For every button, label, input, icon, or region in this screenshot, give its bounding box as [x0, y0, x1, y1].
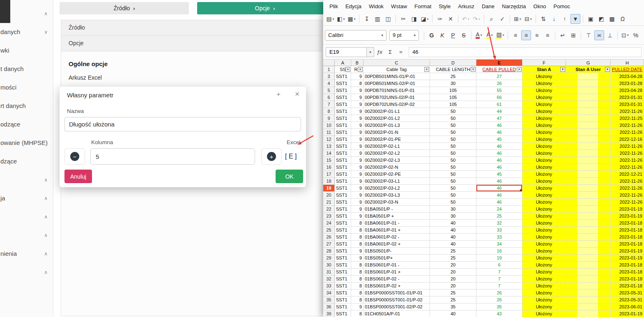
cell[interactable]: 25: [476, 213, 522, 220]
cell[interactable]: 20: [430, 262, 476, 269]
cell[interactable]: 33: [476, 234, 522, 241]
special-character-button[interactable]: Ω: [618, 14, 628, 24]
cell[interactable]: Ułożony: [522, 115, 566, 122]
cell[interactable]: [566, 150, 611, 157]
export-pdf-button[interactable]: ↧: [362, 14, 372, 24]
menu-item[interactable]: Wstaw: [387, 0, 411, 12]
cell[interactable]: 2022-12-21: [611, 171, 644, 178]
cell[interactable]: 01BSP0000SST001-01/P-02: [363, 296, 430, 303]
cell[interactable]: 25: [430, 255, 476, 262]
cell[interactable]: 50: [430, 199, 476, 206]
header-cell[interactable]: PULLED DATE: [611, 66, 644, 73]
step-button-green[interactable]: Opcje›: [197, 2, 333, 14]
header-cell[interactable]: Stan A User▾: [566, 66, 611, 73]
bold-button[interactable]: G: [427, 30, 437, 40]
sidebar-item[interactable]: danych∨: [0, 23, 53, 41]
clear-formatting-button[interactable]: ✕: [446, 14, 455, 24]
cell[interactable]: 9: [351, 164, 363, 171]
sidebar-item[interactable]: wki: [0, 41, 53, 60]
cell[interactable]: Ułożony: [522, 310, 566, 317]
cell[interactable]: Ułożony: [522, 248, 566, 255]
header-cell[interactable]: CABLE LENGTH▾: [430, 66, 476, 73]
filter-dropdown-icon[interactable]: ▾: [358, 67, 363, 72]
cell[interactable]: 2023-01-31: [611, 94, 644, 101]
cell[interactable]: 9: [351, 101, 363, 108]
sidebar-item[interactable]: odzące: [0, 115, 53, 133]
cell[interactable]: 00Z0002/P-01-L1: [363, 108, 430, 115]
cell[interactable]: 00Z0002/P-02-N: [363, 164, 430, 171]
cell[interactable]: Ułożony: [522, 143, 566, 150]
cell[interactable]: 2023-01-19: [611, 248, 644, 255]
cell[interactable]: Ułożony: [522, 101, 566, 108]
cell[interactable]: 01BS0601/P-02 +: [363, 283, 430, 289]
cell[interactable]: SST1: [335, 269, 351, 276]
cell[interactable]: Ułożony: [522, 164, 566, 171]
select-all-corner[interactable]: [323, 60, 335, 66]
cell[interactable]: Ułożony: [522, 206, 566, 213]
cell[interactable]: 2022-11-26: [611, 129, 644, 136]
cell[interactable]: 8: [351, 283, 363, 289]
cell[interactable]: [566, 80, 611, 87]
cell[interactable]: 8: [351, 310, 363, 317]
cell[interactable]: [566, 101, 611, 108]
filter-dropdown-icon[interactable]: ▾: [517, 67, 522, 72]
cell[interactable]: 2023-01-18: [611, 276, 644, 283]
cell[interactable]: 9: [351, 185, 363, 192]
merge-cells-button[interactable]: ⊞: [568, 30, 578, 40]
cell[interactable]: 40: [430, 234, 476, 241]
cell[interactable]: 50: [430, 157, 476, 164]
cell[interactable]: SST1: [335, 234, 351, 241]
cell[interactable]: 26: [476, 80, 522, 87]
cell[interactable]: 50: [430, 192, 476, 199]
cell[interactable]: 34: [476, 241, 522, 248]
sidebar-item[interactable]: ja∧: [0, 189, 53, 207]
cell[interactable]: 2023-01-28: [611, 80, 644, 87]
cell[interactable]: [566, 296, 611, 303]
cell[interactable]: 66: [476, 94, 522, 101]
cell[interactable]: 25: [430, 248, 476, 255]
cell[interactable]: SST1: [335, 80, 351, 87]
row-header[interactable]: 15: [323, 157, 335, 164]
cell[interactable]: [566, 289, 611, 296]
cell[interactable]: [566, 115, 611, 122]
cell[interactable]: 2023-05-31: [611, 289, 644, 296]
cell[interactable]: SST1: [335, 220, 351, 227]
clone-formatting-button[interactable]: ✑: [435, 14, 445, 24]
cell[interactable]: 00Z0002/P-03-L1: [363, 178, 430, 185]
cell[interactable]: [566, 220, 611, 227]
sidebar-item[interactable]: mości: [0, 78, 53, 96]
cell[interactable]: 00Z0002/P-02-L3: [363, 157, 430, 164]
cell[interactable]: Ułożony: [522, 122, 566, 129]
cell[interactable]: SST1: [335, 241, 351, 248]
cell[interactable]: SST1: [335, 185, 351, 192]
cell[interactable]: 50: [430, 150, 476, 157]
borders-button[interactable]: ⊡▾: [620, 30, 630, 40]
cell[interactable]: 2023-01-18: [611, 227, 644, 234]
sidebar-item[interactable]: t danych: [0, 60, 53, 78]
cell[interactable]: 2023-01-19: [611, 206, 644, 213]
cell[interactable]: SST1: [335, 171, 351, 178]
cell[interactable]: SST1: [335, 296, 351, 303]
row-header[interactable]: 39: [323, 310, 335, 317]
cell[interactable]: SST1: [335, 276, 351, 283]
align-right-button[interactable]: ≡: [532, 30, 542, 40]
decrement-button[interactable]: −: [64, 148, 85, 165]
cell[interactable]: 01BSP0000SST001-02/P-02: [363, 303, 430, 310]
cell[interactable]: 9: [351, 199, 363, 206]
insert-image-button[interactable]: ▣: [586, 14, 596, 24]
cell[interactable]: 01BS0501/P+: [363, 255, 430, 262]
cell[interactable]: [566, 206, 611, 213]
cell[interactable]: 8: [351, 234, 363, 241]
column-header-h[interactable]: H: [611, 60, 644, 66]
cell[interactable]: Ułożony: [522, 157, 566, 164]
column-input[interactable]: [90, 148, 255, 165]
cell[interactable]: 45: [476, 171, 522, 178]
sidebar-item[interactable]: ∧: [0, 226, 53, 244]
cell[interactable]: 00PDB701NINS-01/P-01: [363, 87, 430, 94]
cell[interactable]: Ułożony: [522, 227, 566, 234]
cell[interactable]: Ułożony: [522, 178, 566, 185]
row-header[interactable]: 5: [323, 87, 335, 94]
cell[interactable]: 9: [351, 178, 363, 185]
cell[interactable]: [566, 192, 611, 199]
cell[interactable]: 9: [351, 192, 363, 199]
